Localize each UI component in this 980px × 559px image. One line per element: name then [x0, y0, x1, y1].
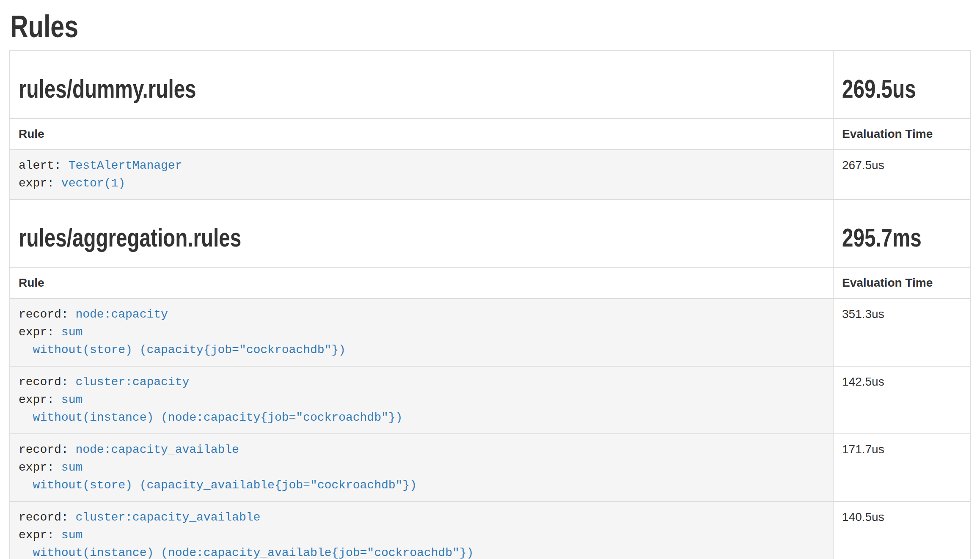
rule-expr-link[interactable]: sum — [61, 326, 83, 339]
rule-line: record: node:capacity_available — [19, 441, 824, 459]
rule-line: expr: sum — [19, 526, 824, 544]
rule-expr-link[interactable]: cluster:capacity — [75, 375, 189, 389]
rule-cell: alert: TestAlertManager expr: vector(1) — [10, 150, 833, 200]
rule-line: alert: TestAlertManager — [19, 157, 824, 175]
rule-expr-link[interactable]: sum — [61, 461, 83, 474]
rule-line: without(store) (capacity{job="cockroachd… — [19, 341, 824, 359]
rule-row: record: node:capacity expr: sum without(… — [10, 299, 970, 366]
evaluation-time-cell: 142.5us — [833, 366, 970, 434]
rule-line: record: cluster:capacity_available — [19, 509, 824, 526]
rule-keyword: record: — [19, 375, 75, 389]
rule-keyword: record: — [19, 308, 75, 321]
time-column-header: Evaluation Time — [833, 118, 970, 150]
group-total-time-cell: 269.5us — [833, 51, 970, 118]
rules-table: rules/dummy.rules 269.5us Rule Evaluatio… — [9, 50, 971, 559]
rule-line: expr: vector(1) — [19, 175, 824, 192]
time-column-header: Evaluation Time — [833, 267, 970, 299]
column-header-row: Rule Evaluation Time — [10, 267, 970, 299]
rule-expr-link[interactable]: TestAlertManager — [69, 159, 182, 172]
rule-keyword: expr: — [19, 326, 61, 339]
rule-line: without(instance) (node:capacity_availab… — [19, 544, 824, 559]
column-header-row: Rule Evaluation Time — [10, 118, 970, 150]
rule-expr-link[interactable]: vector(1) — [61, 177, 125, 190]
rule-group-row: rules/dummy.rules 269.5us — [10, 51, 970, 118]
rule-expr-link[interactable]: without(store) (capacity{job="cockroachd… — [19, 343, 346, 356]
group-file-name: rules/aggregation.rules — [19, 224, 824, 252]
group-file-cell: rules/dummy.rules — [10, 51, 833, 118]
evaluation-time-cell: 171.7us — [833, 434, 970, 501]
rule-row: record: cluster:capacity expr: sum witho… — [10, 366, 970, 434]
rule-keyword: expr: — [19, 461, 61, 474]
rule-line: without(instance) (node:capacity{job="co… — [19, 409, 824, 427]
rule-row: record: cluster:capacity_available expr:… — [10, 501, 970, 559]
rule-group-row: rules/aggregation.rules 295.7ms — [10, 200, 970, 267]
rule-line: expr: sum — [19, 459, 824, 477]
rule-cell: record: cluster:capacity expr: sum witho… — [10, 366, 833, 434]
rule-expr-link[interactable]: without(instance) (node:capacity{job="co… — [19, 411, 402, 424]
rule-keyword: expr: — [19, 177, 61, 190]
group-total-time: 269.5us — [842, 75, 961, 103]
rule-cell: record: cluster:capacity_available expr:… — [10, 501, 833, 559]
group-total-time: 295.7ms — [842, 224, 961, 252]
rule-expr-link[interactable]: without(instance) (node:capacity_availab… — [19, 546, 473, 559]
evaluation-time-cell: 351.3us — [833, 299, 970, 366]
group-file-cell: rules/aggregation.rules — [10, 200, 833, 267]
rules-page: Rules rules/dummy.rules 269.5us Rule Eva… — [0, 8, 980, 559]
rule-keyword: expr: — [19, 529, 61, 542]
rule-column-header: Rule — [10, 267, 833, 299]
rule-keyword: record: — [19, 511, 75, 524]
rule-keyword: record: — [19, 443, 75, 456]
evaluation-time-cell: 267.5us — [833, 150, 970, 200]
rule-line: expr: sum — [19, 323, 824, 341]
rule-line: record: cluster:capacity — [19, 373, 824, 391]
page-title-text: Rules — [10, 8, 78, 44]
rule-expr-link[interactable]: node:capacity_available — [75, 443, 239, 456]
rule-expr-link[interactable]: cluster:capacity_available — [75, 511, 260, 524]
rule-line: record: node:capacity — [19, 306, 824, 323]
rule-column-header: Rule — [10, 118, 833, 150]
rule-expr-link[interactable]: sum — [61, 529, 83, 542]
rule-expr-link[interactable]: node:capacity — [75, 308, 168, 321]
rule-expr-link[interactable]: without(store) (capacity_available{job="… — [19, 479, 417, 492]
rule-keyword: expr: — [19, 393, 61, 406]
rule-expr-link[interactable]: sum — [61, 393, 83, 406]
group-total-time-cell: 295.7ms — [833, 200, 970, 267]
group-file-name: rules/dummy.rules — [19, 75, 824, 103]
rule-cell: record: node:capacity expr: sum without(… — [10, 299, 833, 366]
rule-cell: record: node:capacity_available expr: su… — [10, 434, 833, 501]
rule-row: record: node:capacity_available expr: su… — [10, 434, 970, 501]
rule-line: without(store) (capacity_available{job="… — [19, 477, 824, 494]
evaluation-time-cell: 140.5us — [833, 501, 970, 559]
rule-row: alert: TestAlertManager expr: vector(1) … — [10, 150, 970, 200]
page-title: Rules — [10, 8, 971, 44]
rule-line: expr: sum — [19, 391, 824, 409]
rule-keyword: alert: — [19, 159, 69, 172]
